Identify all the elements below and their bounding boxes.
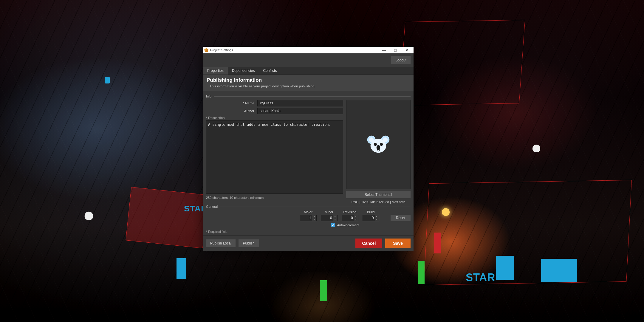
revision-label: Revision	[343, 210, 357, 214]
build-label: Build	[367, 210, 375, 214]
light-gizmo-icon	[532, 145, 540, 152]
dialog-footer: Publish Local Publish Cancel Save	[203, 235, 414, 251]
titlebar[interactable]: Project Settings — □ ✕	[203, 47, 414, 53]
publish-button[interactable]: Publish	[239, 239, 258, 247]
group-general-label: General	[206, 205, 411, 208]
tab-conflicts[interactable]: Conflicts	[259, 67, 281, 75]
description-textarea[interactable]	[206, 120, 343, 194]
major-stepper[interactable]: ▲▼	[300, 215, 317, 221]
gizmo-cube	[541, 259, 577, 282]
reset-button[interactable]: Reset	[391, 215, 411, 221]
svg-point-6	[380, 143, 383, 146]
section-title: Publishing Information	[207, 77, 410, 83]
minor-input[interactable]	[321, 215, 333, 221]
auto-increment-label: Auto-increment	[337, 223, 359, 227]
app-icon	[204, 48, 208, 52]
light-gizmo-icon	[85, 212, 93, 220]
thumbnail-preview	[346, 100, 411, 189]
minor-label: Minor	[325, 210, 333, 214]
thumbnail-spec: PNG | 16:9 | Min 512x288 | Max 8Mb	[346, 200, 411, 204]
required-note: * Required field	[203, 228, 414, 235]
tab-bar: Properties Dependencies Conflicts	[203, 67, 414, 75]
save-button[interactable]: Save	[385, 239, 411, 248]
window-title: Project Settings	[210, 48, 233, 52]
svg-point-5	[374, 143, 377, 146]
chevron-down-icon[interactable]: ▼	[333, 218, 337, 221]
chevron-down-icon[interactable]: ▼	[312, 218, 316, 221]
tab-properties[interactable]: Properties	[203, 67, 228, 75]
select-thumbnail-button[interactable]: Select Thumbnail	[346, 191, 411, 198]
auto-increment-checkbox[interactable]	[331, 223, 335, 227]
gizmo-cube	[496, 256, 514, 280]
gizmo-cube	[320, 280, 327, 301]
author-label: Author	[206, 109, 257, 113]
major-label: Major	[304, 210, 312, 214]
tab-dependencies[interactable]: Dependencies	[228, 67, 259, 75]
group-info-label: Info	[206, 95, 411, 98]
project-settings-dialog: Project Settings — □ ✕ Logout Properties…	[203, 47, 414, 251]
close-button[interactable]: ✕	[401, 47, 412, 53]
minimize-button[interactable]: —	[378, 47, 390, 53]
koala-icon	[366, 134, 390, 155]
version-row: Major ▲▼ Minor ▲▼ Revision ▲▼	[206, 210, 411, 221]
logout-button[interactable]: Logout	[391, 56, 411, 64]
section-header: Publishing Information This information …	[203, 75, 414, 91]
svg-point-7	[377, 145, 380, 150]
gizmo-marker	[434, 233, 441, 253]
gizmo-small	[105, 77, 110, 83]
minor-stepper[interactable]: ▲▼	[321, 215, 338, 221]
gizmo-cube	[177, 258, 186, 279]
chevron-up-icon[interactable]: ▲	[354, 215, 358, 218]
maximize-button[interactable]: □	[390, 47, 401, 53]
gizmo-cube	[418, 261, 425, 284]
chevron-down-icon[interactable]: ▼	[354, 218, 358, 221]
dialog-topbar: Logout	[203, 53, 414, 67]
auto-increment-row: Auto-increment	[206, 223, 411, 227]
publish-local-button[interactable]: Publish Local	[206, 239, 236, 247]
chevron-down-icon[interactable]: ▼	[375, 218, 379, 221]
revision-input[interactable]	[342, 215, 354, 221]
cancel-button[interactable]: Cancel	[355, 239, 382, 248]
description-hint: 250 characters. 10 characters minimum	[206, 196, 343, 199]
build-stepper[interactable]: ▲▼	[363, 215, 379, 221]
chevron-up-icon[interactable]: ▲	[312, 215, 316, 218]
section-subtitle: This information is visible as your proj…	[207, 84, 410, 88]
light-gizmo-icon	[442, 208, 450, 216]
build-input[interactable]	[363, 215, 375, 221]
chevron-up-icon[interactable]: ▲	[375, 215, 379, 218]
description-label: * Description	[206, 116, 343, 120]
chevron-up-icon[interactable]: ▲	[333, 215, 337, 218]
name-label: Name	[206, 101, 257, 105]
major-input[interactable]	[300, 215, 312, 221]
author-input[interactable]	[257, 108, 343, 114]
revision-stepper[interactable]: ▲▼	[342, 215, 358, 221]
scene-label: STAR	[466, 271, 495, 284]
name-input[interactable]	[257, 100, 343, 106]
